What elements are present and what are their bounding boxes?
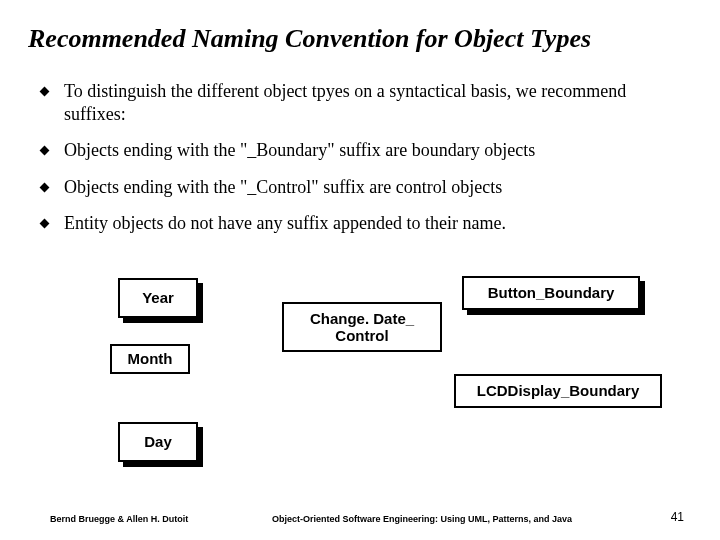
footer-authors: Bernd Bruegge & Allen H. Dutoit bbox=[50, 514, 188, 524]
entity-box-month: Month bbox=[110, 344, 190, 374]
slide: Recommended Naming Convention for Object… bbox=[0, 0, 720, 540]
control-box: Change. Date_ Control bbox=[282, 302, 442, 352]
bullet-item: Entity objects do not have any suffix ap… bbox=[38, 212, 684, 235]
diagram-area: Year Month Day Change. Date_ Control But… bbox=[0, 272, 720, 482]
footer-page: 41 bbox=[671, 510, 684, 524]
bullet-item: To distinguish the different object tpye… bbox=[38, 80, 684, 125]
bullet-item: Objects ending with the "_Boundary" suff… bbox=[38, 139, 684, 162]
boundary-box-button: Button_Boundary bbox=[462, 276, 640, 310]
footer-book: Object-Oriented Software Engineering: Us… bbox=[272, 514, 572, 524]
bullet-item: Objects ending with the "_Control" suffi… bbox=[38, 176, 684, 199]
slide-title: Recommended Naming Convention for Object… bbox=[28, 24, 692, 54]
entity-box-day: Day bbox=[118, 422, 198, 462]
bullet-list: To distinguish the different object tpye… bbox=[38, 80, 684, 235]
boundary-box-lcd: LCDDisplay_Boundary bbox=[454, 374, 662, 408]
entity-box-year: Year bbox=[118, 278, 198, 318]
